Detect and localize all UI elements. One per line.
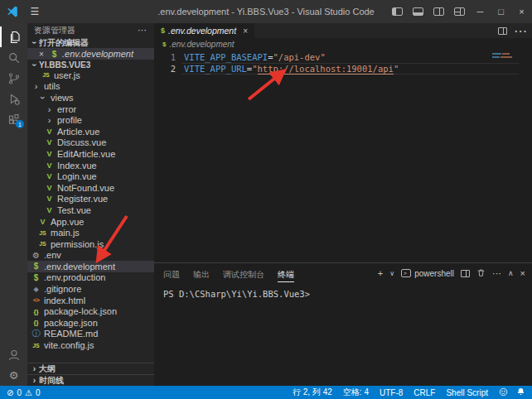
- panel-tab[interactable]: 问题: [163, 267, 180, 281]
- terminal-selector[interactable]: > powershell: [401, 269, 454, 278]
- window-controls: ─ □ ×: [387, 0, 532, 23]
- terminal-output[interactable]: PS D:\CSharp\Yi\Yi.BBS.Vue3>: [154, 283, 532, 386]
- more-actions-icon[interactable]: ⋯: [514, 23, 527, 39]
- outline-section-header[interactable]: › 大纲: [27, 363, 154, 374]
- project-root-header[interactable]: › YI.BBS.VUE3: [27, 60, 154, 70]
- toggle-secondary-sidebar-icon[interactable]: [428, 0, 449, 23]
- file-type-icon: [44, 161, 55, 170]
- close-button[interactable]: ×: [511, 0, 532, 23]
- code-editor[interactable]: 1 VITE_APP_BASEAPI="/api-dev" 2 VITE_APP…: [154, 50, 532, 262]
- tree-item[interactable]: Test.vue: [27, 204, 154, 216]
- status-item[interactable]: 空格: 4: [343, 387, 369, 398]
- sidebar-title-label: 资源管理器: [34, 25, 75, 36]
- maximize-button[interactable]: □: [491, 0, 511, 23]
- tree-item-label: main.js: [51, 228, 80, 238]
- status-right: 行 2, 列 42空格: 4UTF-8CRLFShell Script: [293, 387, 488, 398]
- maximize-panel-icon[interactable]: ∧: [508, 269, 514, 277]
- more-actions-icon[interactable]: ⋯: [492, 268, 501, 279]
- feedback-smiley-icon[interactable]: [499, 387, 508, 398]
- tab-env-development[interactable]: $ .env.development ×: [154, 23, 255, 38]
- tree-item[interactable]: Article.vue: [27, 126, 154, 137]
- tree-item[interactable]: package.json: [27, 317, 154, 329]
- tree-item-label: Register.vue: [57, 194, 108, 204]
- shell-name: powershell: [414, 269, 454, 278]
- tree-item[interactable]: user.js: [27, 70, 154, 81]
- shell-file-icon: $: [161, 26, 165, 35]
- tree-item-label: views: [51, 93, 74, 103]
- tree-item[interactable]: .env.production: [27, 272, 154, 284]
- file-type-icon: [44, 150, 55, 158]
- open-editors-header[interactable]: › 打开的编辑器: [27, 37, 154, 48]
- close-icon[interactable]: ×: [39, 50, 49, 59]
- close-panel-icon[interactable]: ×: [520, 268, 525, 278]
- tree-item[interactable]: Index.vue: [27, 160, 154, 171]
- chevron-down-icon[interactable]: ∨: [389, 270, 394, 277]
- tree-item-label: EditArticle.vue: [57, 149, 115, 159]
- status-item[interactable]: UTF-8: [380, 388, 403, 397]
- tree-item[interactable]: README.md: [27, 329, 154, 340]
- tree-item[interactable]: NotFound.vue: [27, 182, 154, 194]
- panel-tab[interactable]: 终端: [278, 267, 294, 282]
- toggle-panel-icon[interactable]: [408, 0, 428, 23]
- settings-gear-icon[interactable]: ⚙: [0, 365, 27, 386]
- tree-item-label: profile: [57, 115, 82, 125]
- panel-tab[interactable]: 输出: [193, 267, 210, 281]
- timeline-section-header[interactable]: › 时间线: [27, 374, 154, 386]
- tree-item-label: .env: [44, 250, 61, 260]
- more-actions-icon[interactable]: ⋯: [138, 25, 148, 36]
- tree-item[interactable]: .env.development: [27, 261, 154, 272]
- file-tree: user.js utils views error: [27, 70, 154, 351]
- tree-item[interactable]: views: [27, 92, 154, 103]
- menu-icon[interactable]: ☰: [25, 6, 45, 17]
- status-item[interactable]: CRLF: [414, 388, 435, 397]
- tree-item[interactable]: profile: [27, 114, 154, 126]
- tree-item[interactable]: utils: [27, 81, 154, 93]
- tree-item[interactable]: Register.vue: [27, 194, 154, 205]
- tree-item[interactable]: vite.config.js: [27, 339, 154, 351]
- shell-file-icon: $: [162, 41, 166, 48]
- open-editor-label: .env.development: [62, 49, 133, 59]
- panel-tab[interactable]: 调试控制台: [223, 267, 264, 281]
- split-terminal-icon[interactable]: [461, 270, 470, 277]
- status-item[interactable]: Shell Script: [446, 388, 488, 397]
- extensions-icon[interactable]: 1: [0, 109, 27, 130]
- run-debug-icon[interactable]: [0, 89, 27, 109]
- problems-status[interactable]: ⊘ 0 ⚠ 0: [7, 388, 40, 397]
- tree-item[interactable]: error: [27, 103, 154, 115]
- file-type-icon: [41, 72, 51, 78]
- breadcrumb[interactable]: $ .env.development: [154, 38, 532, 50]
- file-type-icon: [31, 273, 41, 282]
- search-icon[interactable]: [0, 47, 27, 68]
- tree-item-label: index.html: [44, 296, 85, 305]
- new-terminal-icon[interactable]: +: [378, 268, 383, 278]
- tree-item[interactable]: permission.js: [27, 238, 154, 250]
- tree-item[interactable]: package-lock.json: [27, 305, 154, 317]
- tree-item[interactable]: .gitignore: [27, 283, 154, 295]
- tree-item[interactable]: Login.vue: [27, 171, 154, 182]
- tree-item-label: .gitignore: [44, 284, 81, 294]
- open-editor-item[interactable]: × .env.development: [27, 48, 154, 60]
- tab-close-icon[interactable]: ×: [243, 26, 248, 36]
- tree-item[interactable]: Discuss.vue: [27, 137, 154, 149]
- line-number: 2: [154, 64, 176, 74]
- customize-layout-icon[interactable]: [449, 0, 470, 23]
- tree-item[interactable]: App.vue: [27, 216, 154, 228]
- account-icon[interactable]: [0, 344, 27, 365]
- tree-item[interactable]: index.html: [27, 295, 154, 306]
- toggle-sidebar-icon[interactable]: [387, 0, 408, 23]
- tree-item[interactable]: EditArticle.vue: [27, 148, 154, 160]
- notifications-bell-icon[interactable]: [516, 387, 525, 398]
- url-link[interactable]: http://localhost:19001/api: [258, 64, 394, 75]
- tree-item[interactable]: main.js: [27, 227, 154, 238]
- split-editor-icon[interactable]: [498, 27, 507, 35]
- source-control-icon[interactable]: [0, 68, 27, 89]
- editor-actions: ⋯: [498, 23, 527, 38]
- explorer-icon[interactable]: [0, 26, 27, 47]
- file-type-icon: [44, 184, 55, 192]
- tree-item[interactable]: .env: [27, 250, 154, 262]
- minimize-button[interactable]: ─: [470, 0, 491, 23]
- status-item[interactable]: 行 2, 列 42: [293, 387, 332, 398]
- trash-icon[interactable]: [476, 268, 486, 279]
- tab-bar: $ .env.development × ⋯: [154, 23, 532, 38]
- env-key: VITE_APP_URL: [184, 64, 247, 74]
